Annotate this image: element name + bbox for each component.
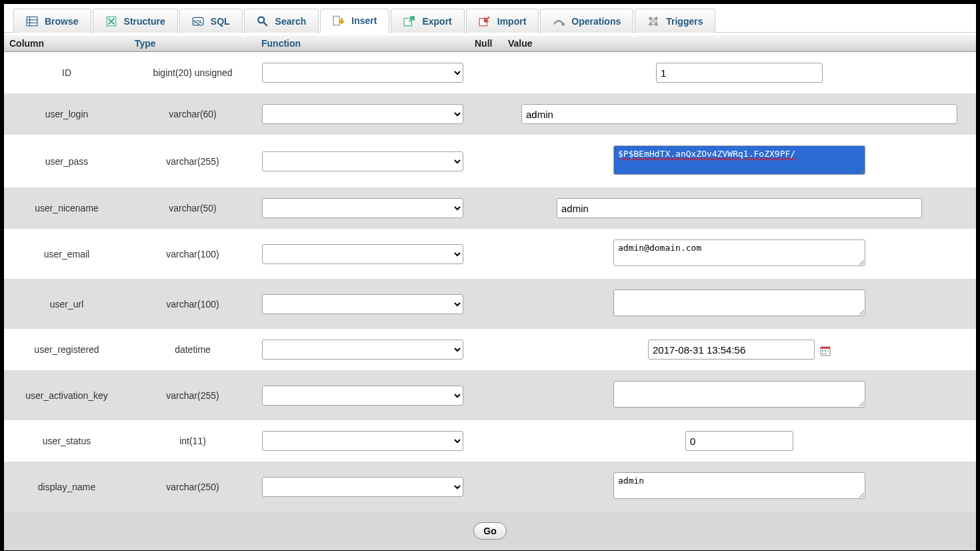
svg-rect-20 bbox=[825, 350, 826, 352]
column-type: datetime bbox=[129, 329, 256, 370]
header-null: Null bbox=[469, 35, 503, 52]
null-cell bbox=[469, 229, 503, 279]
column-name: user_email bbox=[4, 229, 129, 279]
column-name: user_activation_key bbox=[4, 370, 129, 420]
function-select[interactable] bbox=[262, 63, 463, 83]
insert-table: Column Type Function Null Value IDbigint… bbox=[4, 35, 976, 550]
value-input-user_pass[interactable]: $P$BEmHdTX.anQxZOv4ZVWRq1.FoZX9PF/ bbox=[613, 145, 865, 175]
tab-label: Browse bbox=[45, 16, 79, 27]
null-cell bbox=[469, 420, 503, 462]
svg-rect-22 bbox=[822, 353, 823, 354]
main-tabs: BrowseStructureSQLSQLSearchInsertExportI… bbox=[4, 4, 976, 33]
go-button[interactable]: Go bbox=[473, 522, 506, 540]
table-row: IDbigint(20) unsigned bbox=[4, 52, 976, 94]
function-select[interactable] bbox=[262, 340, 463, 360]
null-cell bbox=[469, 52, 503, 94]
function-select[interactable] bbox=[262, 477, 463, 497]
table-row: user_passvarchar(255)$P$BEmHdTX.anQxZOv4… bbox=[4, 135, 976, 187]
import-icon bbox=[479, 15, 491, 27]
function-select[interactable] bbox=[262, 386, 463, 406]
column-type: varchar(100) bbox=[129, 279, 256, 329]
tab-operations[interactable]: Operations bbox=[540, 9, 633, 33]
column-type: varchar(100) bbox=[129, 229, 256, 279]
svg-point-12 bbox=[562, 23, 565, 26]
tab-insert[interactable]: Insert bbox=[320, 9, 389, 33]
column-name: ID bbox=[4, 52, 129, 94]
header-column: Column bbox=[4, 35, 129, 52]
tab-structure[interactable]: Structure bbox=[93, 9, 178, 33]
header-function[interactable]: Function bbox=[256, 35, 469, 52]
tab-export[interactable]: Export bbox=[391, 9, 464, 33]
tab-label: Structure bbox=[124, 16, 165, 27]
structure-icon bbox=[105, 15, 117, 27]
value-input-id[interactable] bbox=[656, 63, 823, 83]
tab-label: Export bbox=[422, 16, 451, 27]
svg-rect-9 bbox=[333, 16, 339, 25]
table-row: user_loginvarchar(60) bbox=[4, 93, 976, 135]
null-cell bbox=[469, 279, 503, 329]
function-select[interactable] bbox=[262, 244, 463, 264]
column-type: varchar(255) bbox=[129, 135, 256, 187]
svg-rect-0 bbox=[27, 17, 37, 26]
null-cell bbox=[469, 93, 503, 135]
value-input-user_activation_key[interactable] bbox=[613, 381, 865, 408]
column-name: user_status bbox=[4, 420, 129, 462]
tab-sql[interactable]: SQLSQL bbox=[179, 9, 243, 33]
column-name: user_url bbox=[4, 279, 129, 329]
svg-line-8 bbox=[263, 22, 267, 26]
column-type: int(11) bbox=[129, 420, 256, 462]
value-input-display_name[interactable]: admin bbox=[613, 472, 865, 499]
triggers-icon bbox=[647, 15, 659, 27]
tab-label: SQL bbox=[211, 16, 230, 27]
value-input-user_login[interactable] bbox=[521, 104, 957, 124]
value-input-user_status[interactable] bbox=[685, 431, 793, 451]
table-row: display_namevarchar(250)admin bbox=[4, 462, 976, 512]
svg-point-7 bbox=[258, 17, 264, 23]
header-type[interactable]: Type bbox=[129, 35, 256, 52]
browse-icon bbox=[26, 15, 38, 27]
table-row: user_registereddatetime bbox=[4, 329, 976, 370]
table-header-row: Column Type Function Null Value bbox=[4, 35, 976, 52]
table-row: user_emailvarchar(100)admin@domain.com bbox=[4, 229, 976, 279]
tab-browse[interactable]: Browse bbox=[13, 9, 91, 33]
column-name: user_pass bbox=[4, 135, 129, 187]
column-type: varchar(255) bbox=[129, 370, 256, 420]
null-cell bbox=[469, 462, 503, 512]
column-name: display_name bbox=[4, 462, 129, 512]
null-cell bbox=[469, 370, 503, 420]
column-name: user_nicename bbox=[4, 187, 129, 229]
column-type: varchar(250) bbox=[129, 462, 256, 512]
value-input-user_registered[interactable] bbox=[648, 340, 815, 360]
table-row: user_activation_keyvarchar(255) bbox=[4, 370, 976, 420]
svg-rect-23 bbox=[825, 353, 826, 354]
value-input-user_email[interactable]: admin@domain.com bbox=[613, 239, 865, 266]
column-name: user_login bbox=[4, 93, 129, 135]
table-row: user_statusint(11) bbox=[4, 420, 976, 462]
function-select[interactable] bbox=[262, 151, 463, 171]
calendar-icon[interactable] bbox=[820, 346, 831, 356]
export-icon bbox=[403, 15, 415, 27]
sql-icon: SQL bbox=[192, 15, 204, 27]
column-type: bigint(20) unsigned bbox=[129, 52, 256, 94]
null-cell bbox=[469, 187, 503, 229]
tab-search[interactable]: Search bbox=[244, 9, 319, 33]
column-type: varchar(50) bbox=[129, 187, 256, 229]
submit-row: Go bbox=[4, 512, 976, 550]
function-select[interactable] bbox=[262, 431, 463, 451]
null-cell bbox=[469, 135, 503, 187]
function-select[interactable] bbox=[262, 294, 463, 314]
tab-label: Triggers bbox=[666, 16, 703, 27]
value-input-user_nicename[interactable] bbox=[557, 198, 922, 218]
tab-triggers[interactable]: Triggers bbox=[635, 9, 715, 33]
table-row: user_nicenamevarchar(50) bbox=[4, 187, 976, 229]
null-cell bbox=[469, 329, 503, 370]
svg-rect-19 bbox=[822, 350, 823, 352]
value-input-user_url[interactable] bbox=[613, 290, 865, 316]
tab-import[interactable]: Import bbox=[466, 9, 539, 33]
tab-label: Search bbox=[275, 16, 307, 27]
function-select[interactable] bbox=[262, 104, 463, 124]
search-icon bbox=[257, 15, 269, 27]
svg-rect-18 bbox=[821, 347, 830, 349]
svg-text:SQL: SQL bbox=[193, 19, 203, 25]
function-select[interactable] bbox=[262, 198, 463, 218]
